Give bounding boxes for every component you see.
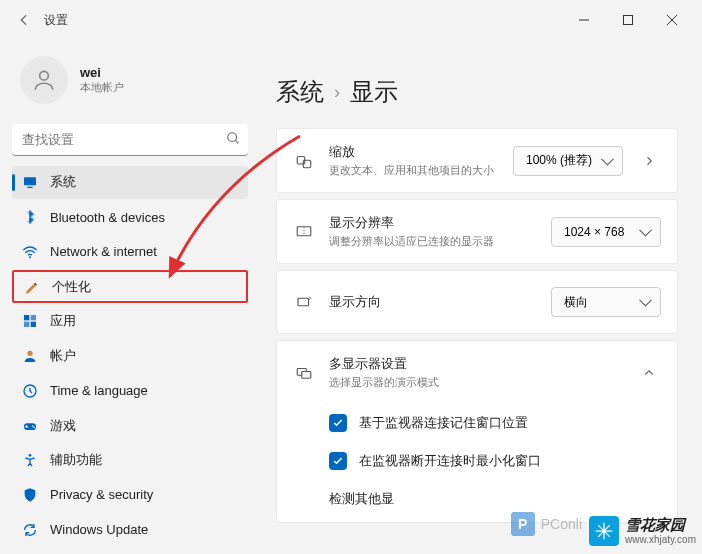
sidebar-item-label: Privacy & security <box>50 487 153 502</box>
resolution-row[interactable]: 显示分辨率 调整分辨率以适应已连接的显示器 1024 × 768 <box>277 200 677 263</box>
orientation-row[interactable]: 显示方向 横向 <box>277 271 677 333</box>
sidebar-item-label: Bluetooth & devices <box>50 210 165 225</box>
close-button[interactable] <box>650 4 694 36</box>
svg-rect-26 <box>302 371 311 378</box>
minimize-button[interactable] <box>562 4 606 36</box>
chevron-right-icon[interactable] <box>637 155 661 167</box>
system-icon <box>22 174 38 190</box>
svg-rect-11 <box>31 315 36 320</box>
sidebar-item-accessibility[interactable]: 辅助功能 <box>12 444 248 477</box>
scale-label: 缩放 <box>329 143 499 161</box>
svg-rect-7 <box>24 178 36 186</box>
checkbox-checked-icon[interactable] <box>329 414 347 432</box>
svg-rect-12 <box>24 322 29 327</box>
sidebar-item-network[interactable]: Network & internet <box>12 235 248 268</box>
multi-display-label: 多显示器设置 <box>329 355 623 373</box>
chevron-up-icon[interactable] <box>637 367 661 379</box>
sidebar-item-personalization[interactable]: 个性化 <box>12 270 248 303</box>
scale-icon <box>293 152 315 170</box>
sidebar-item-bluetooth[interactable]: Bluetooth & devices <box>12 201 248 234</box>
scale-row[interactable]: 缩放 更改文本、应用和其他项目的大小 100% (推荐) <box>277 129 677 192</box>
sidebar-item-label: 应用 <box>50 312 76 330</box>
multi-display-row[interactable]: 多显示器设置 选择显示器的演示模式 <box>277 341 677 404</box>
user-profile[interactable]: wei 本地帐户 <box>12 48 248 120</box>
orientation-label: 显示方向 <box>329 293 537 311</box>
svg-point-14 <box>27 351 32 356</box>
scale-dropdown[interactable]: 100% (推荐) <box>513 146 623 176</box>
sidebar-item-gaming[interactable]: 游戏 <box>12 409 248 442</box>
watermark-url: www.xhjaty.com <box>625 534 696 545</box>
search-icon <box>226 131 240 149</box>
multi-display-desc: 选择显示器的演示模式 <box>329 375 623 390</box>
sidebar-item-label: 系统 <box>50 173 76 191</box>
user-account-type: 本地帐户 <box>80 80 124 95</box>
sidebar-item-label: Time & language <box>50 383 148 398</box>
sidebar-item-time[interactable]: Time & language <box>12 375 248 408</box>
bluetooth-icon <box>22 209 38 225</box>
orientation-icon <box>293 293 315 311</box>
sidebar-item-label: 游戏 <box>50 417 76 435</box>
multi-display-icon <box>293 364 315 382</box>
sidebar-item-label: Network & internet <box>50 244 157 259</box>
privacy-icon <box>22 487 38 503</box>
svg-line-6 <box>236 141 239 144</box>
svg-rect-13 <box>31 322 36 327</box>
breadcrumb-parent[interactable]: 系统 <box>276 76 324 108</box>
svg-point-17 <box>32 425 34 427</box>
minimize-on-disconnect-label: 在监视器断开连接时最小化窗口 <box>359 452 541 470</box>
sidebar-item-system[interactable]: 系统 <box>12 166 248 199</box>
remember-position-row[interactable]: 基于监视器连接记住窗口位置 <box>277 404 677 442</box>
sidebar-item-apps[interactable]: 应用 <box>12 305 248 338</box>
search-input[interactable] <box>12 124 248 156</box>
resolution-label: 显示分辨率 <box>329 214 537 232</box>
accessibility-icon <box>22 452 38 468</box>
gaming-icon <box>22 418 38 434</box>
back-button[interactable] <box>8 4 40 36</box>
watermark-title: 雪花家园 <box>625 517 696 534</box>
sidebar-item-label: 辅助功能 <box>50 451 102 469</box>
apps-icon <box>22 313 38 329</box>
pconline-text: PConli <box>541 516 582 532</box>
svg-point-9 <box>29 256 31 258</box>
svg-point-4 <box>40 71 49 80</box>
window-title: 设置 <box>44 12 68 29</box>
accounts-icon <box>22 348 38 364</box>
user-name: wei <box>80 65 124 80</box>
sidebar-item-label: 帐户 <box>50 347 76 365</box>
breadcrumb-current: 显示 <box>350 76 398 108</box>
avatar <box>20 56 68 104</box>
sidebar-item-accounts[interactable]: 帐户 <box>12 340 248 373</box>
snowflake-icon <box>589 516 619 546</box>
update-icon <box>22 522 38 538</box>
checkbox-checked-icon[interactable] <box>329 452 347 470</box>
svg-rect-24 <box>298 298 309 306</box>
sidebar-item-update[interactable]: Windows Update <box>12 513 248 546</box>
minimize-on-disconnect-row[interactable]: 在监视器断开连接时最小化窗口 <box>277 442 677 480</box>
breadcrumb: 系统 › 显示 <box>276 76 678 108</box>
svg-point-19 <box>29 454 32 457</box>
sidebar-item-label: 个性化 <box>52 278 91 296</box>
resolution-desc: 调整分辨率以适应已连接的显示器 <box>329 234 537 249</box>
sidebar-item-privacy[interactable]: Privacy & security <box>12 479 248 512</box>
sidebar-item-label: Windows Update <box>50 522 148 537</box>
resolution-icon <box>293 223 315 241</box>
svg-point-18 <box>33 426 35 428</box>
pconline-watermark: P PConli <box>511 512 582 536</box>
orientation-dropdown[interactable]: 横向 <box>551 287 661 317</box>
network-icon <box>22 244 38 260</box>
time-icon <box>22 383 38 399</box>
pconline-logo-icon: P <box>511 512 535 536</box>
svg-rect-8 <box>27 187 32 188</box>
remember-position-label: 基于监视器连接记住窗口位置 <box>359 414 528 432</box>
svg-rect-10 <box>24 315 29 320</box>
watermark: 雪花家园 www.xhjaty.com <box>589 516 696 546</box>
chevron-right-icon: › <box>334 82 340 103</box>
svg-rect-1 <box>624 16 633 25</box>
scale-desc: 更改文本、应用和其他项目的大小 <box>329 163 499 178</box>
resolution-dropdown[interactable]: 1024 × 768 <box>551 217 661 247</box>
detect-display-label: 检测其他显 <box>329 490 394 508</box>
personalization-icon <box>24 279 40 295</box>
maximize-button[interactable] <box>606 4 650 36</box>
svg-point-5 <box>228 133 237 142</box>
